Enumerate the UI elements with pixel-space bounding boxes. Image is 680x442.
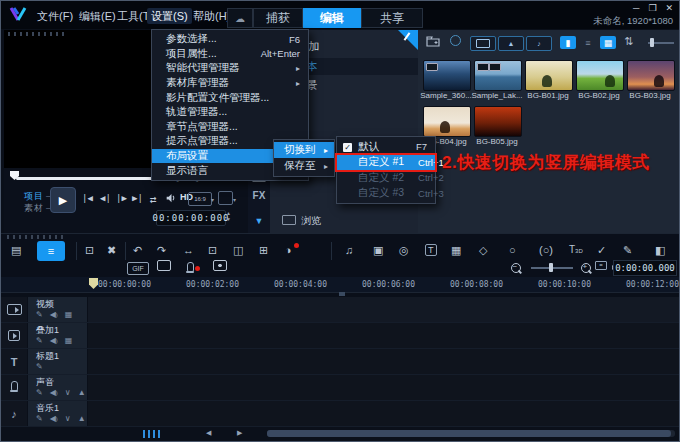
split-screen-template-button[interactable]: ▦ xyxy=(451,244,461,257)
music-track-lane[interactable] xyxy=(88,401,679,426)
pin-icon[interactable] xyxy=(398,30,418,50)
menu-item-chapter-manager[interactable]: 章节点管理器... xyxy=(152,120,308,135)
menu-item-project-properties[interactable]: 项目属性...Alt+Enter xyxy=(152,47,308,62)
submenu-item-switch-to[interactable]: 切换到▸ xyxy=(274,142,334,158)
track-wave-icon[interactable]: ∨ xyxy=(65,388,71,397)
close-button[interactable]: ✕ xyxy=(665,3,673,13)
track-mute-icon[interactable]: ◀) xyxy=(50,310,58,319)
fx-panel-icon[interactable]: FX xyxy=(248,190,270,201)
thumbnail-bg-b02[interactable] xyxy=(576,60,624,91)
go-end-button[interactable]: ▶| xyxy=(132,193,143,203)
volume-icon[interactable] xyxy=(166,193,177,203)
track-edit-icon[interactable]: ✎ xyxy=(36,336,43,345)
submenu-item-save-to[interactable]: 保存至▸ xyxy=(274,158,334,174)
tab-share[interactable]: 共享 xyxy=(361,8,423,28)
playhead-marker[interactable] xyxy=(89,278,98,289)
view-grid-button[interactable]: ▦ xyxy=(600,36,616,49)
track-edit-icon[interactable]: ✎ xyxy=(36,362,43,371)
track-ducking-icon[interactable]: ▲ xyxy=(78,414,86,423)
filter-audio-button[interactable]: ♪ xyxy=(526,36,552,51)
title-track-icon[interactable]: T xyxy=(1,349,27,374)
trim-button[interactable]: ⊞ xyxy=(259,244,268,257)
import-folder-icon[interactable] xyxy=(426,36,440,47)
next-frame-button[interactable]: |▶ xyxy=(116,193,127,203)
thumbnail-size-knob[interactable] xyxy=(650,38,654,47)
menu-item-preferences[interactable]: 参数选择...F6 xyxy=(152,32,308,47)
submenu-item-default[interactable]: ✓默认 F7 xyxy=(337,139,435,155)
media-roll-button[interactable]: ◎ xyxy=(399,244,409,257)
track-wave-icon[interactable]: ∨ xyxy=(65,414,71,423)
track-ducking-icon[interactable]: ▲ xyxy=(78,388,86,397)
screen-recorder-button[interactable] xyxy=(157,260,171,271)
filter-video-button[interactable] xyxy=(470,36,496,51)
storyboard-view-button[interactable]: ▤ xyxy=(11,244,21,257)
enlarge-timeline-button[interactable]: ⊡ xyxy=(208,244,217,257)
color-grading-button[interactable]: ◑ xyxy=(285,244,292,256)
timeline-ruler[interactable]: 00:00:00:00 00:00:02:00 00:00:04:00 00:0… xyxy=(1,277,679,293)
track-transparency-icon[interactable]: ▦ xyxy=(65,336,73,345)
menu-settings[interactable]: 设置(S) xyxy=(147,8,192,24)
speech-to-text-button[interactable]: ○ xyxy=(509,244,516,256)
track-edit-icon[interactable]: ✎ xyxy=(36,414,43,423)
track-edit-icon[interactable]: ✎ xyxy=(36,310,43,319)
fit-project-button[interactable]: = xyxy=(595,261,607,270)
snapshot-dropdown-icon[interactable]: ▾ xyxy=(233,196,236,203)
aspect-dropdown-icon[interactable]: ▾ xyxy=(211,196,214,203)
thumbnail-sample-360[interactable] xyxy=(423,60,471,91)
settings-circle-icon[interactable] xyxy=(450,35,461,46)
strip-more-icon[interactable]: ▼ xyxy=(248,216,270,226)
filter-photo-button[interactable]: ▲ xyxy=(498,36,524,51)
menu-item-track-manager[interactable]: 轨道管理器... xyxy=(152,105,308,120)
microphone-button[interactable] xyxy=(187,260,194,278)
overlay-track-icon[interactable] xyxy=(1,323,27,348)
multi-tool-button[interactable]: ✖ xyxy=(107,244,116,257)
adjust-button[interactable]: ◧ xyxy=(655,244,665,257)
split-view-button[interactable]: ◫ xyxy=(233,244,243,257)
track-header[interactable]: 标题1 ✎ xyxy=(28,349,87,374)
track-mute-icon[interactable]: ◀) xyxy=(50,388,58,397)
track-transparency-icon[interactable]: ▦ xyxy=(65,310,73,319)
minimize-button[interactable]: ─ xyxy=(633,3,639,13)
subtitle-check-button[interactable]: ✓ xyxy=(597,244,606,257)
menu-file[interactable]: 文件(F) xyxy=(33,8,77,24)
tab-capture[interactable]: 捕获 xyxy=(253,8,303,28)
track-mute-icon[interactable]: ◀) xyxy=(50,414,58,423)
view-list-button[interactable]: ≡ xyxy=(580,36,596,49)
subtitle-editor-button[interactable]: T xyxy=(425,244,437,256)
sound-mixer-button[interactable]: ♫ xyxy=(345,244,353,256)
track-header[interactable]: 视频 ✎ ◀) ▦ xyxy=(28,297,87,322)
go-start-button[interactable]: |◀ xyxy=(82,193,93,203)
toolbar-timecode[interactable]: 0:00:00.000 xyxy=(613,260,677,276)
zoom-out-icon[interactable]: − xyxy=(511,263,521,273)
thumbnail-bg-b04[interactable] xyxy=(423,106,471,137)
music-track-icon[interactable]: ♪ xyxy=(1,401,27,426)
timeline-scrollbar-thumb[interactable] xyxy=(267,430,671,437)
menu-item-library-manager[interactable]: 素材库管理器▸ xyxy=(152,76,308,91)
track-header[interactable]: 叠加1 ✎ ◀) ▦ xyxy=(28,323,87,348)
track-header[interactable]: 音乐1 ✎ ◀) ∨ ▲ xyxy=(28,401,87,426)
menu-item-profile-manager[interactable]: 影片配置文件管理器... xyxy=(152,90,308,105)
track-mute-icon[interactable]: ◀) xyxy=(50,336,58,345)
timeline-view-button[interactable]: ≡ xyxy=(37,241,65,261)
play-button[interactable]: ▶ xyxy=(50,187,76,213)
redo-button[interactable]: ↷ xyxy=(157,244,166,257)
thumbnail-sample-lake[interactable] xyxy=(474,60,522,91)
sort-icon[interactable]: ⇅ xyxy=(624,35,633,48)
overlay-track-lane[interactable] xyxy=(88,323,679,348)
tab-edit[interactable]: 编辑 xyxy=(303,8,361,28)
track-edit-icon[interactable]: ✎ xyxy=(36,388,43,397)
prev-frame-button[interactable]: ◀| xyxy=(100,193,111,203)
video-track-lane[interactable] xyxy=(88,297,679,322)
voice-track-icon[interactable] xyxy=(1,375,27,400)
instant-project-button[interactable]: ▣ xyxy=(373,244,383,257)
undo-button[interactable]: ↶ xyxy=(133,244,142,257)
motion-tracking-button[interactable]: ◇ xyxy=(479,244,487,257)
track-scroll-icon[interactable] xyxy=(143,430,163,438)
copy-button[interactable]: ⊡ xyxy=(85,244,94,257)
snapshot-tool-button[interactable] xyxy=(213,260,227,271)
ruler-grip[interactable] xyxy=(339,292,345,296)
dock-handle[interactable] xyxy=(8,32,64,36)
thumbnail-bg-b05[interactable] xyxy=(474,106,522,137)
painting-creator-button[interactable]: ✎ xyxy=(623,244,632,257)
title-track-lane[interactable] xyxy=(88,349,679,374)
